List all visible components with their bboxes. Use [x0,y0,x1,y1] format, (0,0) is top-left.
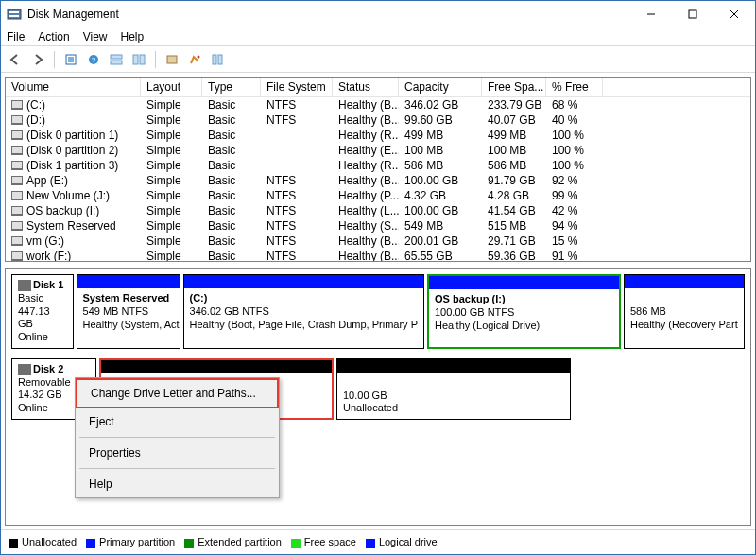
swatch-green [291,539,301,548]
vol-status: Healthy (B... [333,234,399,249]
table-row[interactable]: (D:)SimpleBasicNTFSHealthy (B...99.60 GB… [6,113,750,128]
col-free[interactable]: Free Spa... [482,78,546,96]
action-icon-2[interactable] [184,49,205,70]
vol-capacity: 100.00 GB [399,173,482,188]
swatch-black [9,539,18,548]
disk-row-1: Disk 1 Basic 447.13 GB Online System Res… [11,274,745,349]
menu-help[interactable]: Help [76,471,279,497]
col-fs[interactable]: File System [261,78,333,96]
back-button[interactable] [5,49,26,70]
svg-rect-17 [213,55,216,64]
col-layout[interactable]: Layout [141,78,202,96]
list-rows: (C:)SimpleBasicNTFSHealthy (B...346.02 G… [6,97,750,261]
vol-status: Healthy (E... [333,143,399,158]
vol-fs [261,158,333,173]
disk-management-window: Disk Management File Action View Help ? … [0,0,756,555]
swatch-darkgreen [184,539,194,548]
vol-name: OS backup (I:) [26,204,99,217]
minimize-button[interactable] [630,1,672,27]
svg-rect-14 [140,55,145,64]
vol-layout: Simple [141,188,202,203]
part-unallocated[interactable]: 10.00 GBUnallocated [336,358,571,420]
swatch-blue [366,539,375,548]
close-button[interactable] [713,1,755,27]
col-type[interactable]: Type [202,78,261,96]
vol-type: Basic [202,143,261,158]
vol-pct: 100 % [546,128,603,143]
vol-free: 586 MB [482,158,546,173]
view-icon-2[interactable] [129,49,149,70]
table-row[interactable]: (Disk 0 partition 2)SimpleBasicHealthy (… [6,143,750,158]
view-icon-1[interactable] [106,49,127,70]
menu-properties[interactable]: Properties [76,440,279,466]
legend-primary: Primary partition [86,536,175,547]
vol-fs: NTFS [261,203,333,218]
help-icon[interactable]: ? [83,49,104,70]
part-c[interactable]: (C:)346.02 GB NTFSHealthy (Boot, Page Fi… [183,274,424,349]
disk-icon [18,364,31,375]
part-system-reserved[interactable]: System Reserved549 MB NTFSHealthy (Syste… [77,274,180,349]
part-os-backup[interactable]: OS backup (I:)100.00 GB NTFSHealthy (Log… [427,274,621,349]
table-row[interactable]: App (E:)SimpleBasicNTFSHealthy (B...100.… [6,173,750,188]
menu-separator [79,437,275,438]
primary-stripe [625,275,744,288]
action-icon-1[interactable] [162,49,182,70]
table-row[interactable]: (Disk 1 partition 3)SimpleBasicHealthy (… [6,158,750,173]
table-row[interactable]: vm (G:)SimpleBasicNTFSHealthy (B...200.0… [6,234,750,249]
vol-free: 233.79 GB [482,97,546,113]
menu-action[interactable]: Action [38,30,69,43]
vol-type: Basic [202,158,261,173]
vol-status: Healthy (R... [333,158,399,173]
vol-name: (Disk 0 partition 2) [26,144,118,157]
vol-free: 40.07 GB [482,113,546,128]
vol-name: (Disk 1 partition 3) [26,159,118,172]
toolbar: ? [1,46,755,73]
menu-file[interactable]: File [7,30,25,43]
col-pct[interactable]: % Free [546,78,603,96]
col-status[interactable]: Status [333,78,399,96]
table-row[interactable]: New Volume (J:)SimpleBasicNTFSHealthy (P… [6,188,750,203]
table-row[interactable]: System ReservedSimpleBasicNTFSHealthy (S… [6,218,750,234]
vol-pct: 92 % [546,173,603,188]
menu-view[interactable]: View [83,30,108,43]
col-capacity[interactable]: Capacity [399,78,482,96]
vol-pct: 100 % [546,143,603,158]
volume-list[interactable]: Volume Layout Type File System Status Ca… [5,77,751,262]
vol-capacity: 586 MB [399,158,482,173]
vol-name: (C:) [26,98,45,112]
table-row[interactable]: (Disk 0 partition 1)SimpleBasicHealthy (… [6,128,750,143]
svg-rect-8 [68,57,74,62]
table-row[interactable]: work (F:)SimpleBasicNTFSHealthy (B...65.… [6,249,750,261]
menu-eject[interactable]: Eject [76,408,279,435]
vol-name: New Volume (J:) [26,189,110,202]
disk-label-1[interactable]: Disk 1 Basic 447.13 GB Online [11,274,74,349]
vol-pct: 100 % [546,158,603,173]
svg-rect-15 [167,56,177,63]
vol-capacity: 346.02 GB [399,97,482,113]
disk-state: Online [18,402,48,413]
drive-icon [11,100,23,110]
table-row[interactable]: (C:)SimpleBasicNTFSHealthy (B...346.02 G… [6,97,750,113]
vol-status: Healthy (B... [333,249,399,261]
maximize-button[interactable] [672,1,713,27]
col-volume[interactable]: Volume [6,78,141,96]
vol-capacity: 100.00 GB [399,203,482,218]
vol-capacity: 100 MB [399,143,482,158]
refresh-icon[interactable] [60,49,81,70]
vol-layout: Simple [141,158,202,173]
vol-status: Healthy (L... [333,203,399,218]
vol-type: Basic [202,113,261,128]
vol-status: Healthy (S... [333,218,399,234]
table-row[interactable]: OS backup (I:)SimpleBasicNTFSHealthy (L.… [6,203,750,218]
part-status: Healthy (System, Activ [83,319,180,330]
part-recovery[interactable]: 586 MBHealthy (Recovery Part [624,274,745,349]
vol-name: App (E:) [26,174,68,187]
menu-change-drive-letter[interactable]: Change Drive Letter and Paths... [76,378,279,408]
disk-size: 447.13 GB [18,305,50,330]
vol-pct: 94 % [546,218,603,234]
toolbar-sep [54,51,55,68]
legend: Unallocated Primary partition Extended p… [1,529,755,554]
forward-button[interactable] [27,49,48,70]
action-icon-3[interactable] [207,49,228,70]
menu-help[interactable]: Help [121,30,145,43]
